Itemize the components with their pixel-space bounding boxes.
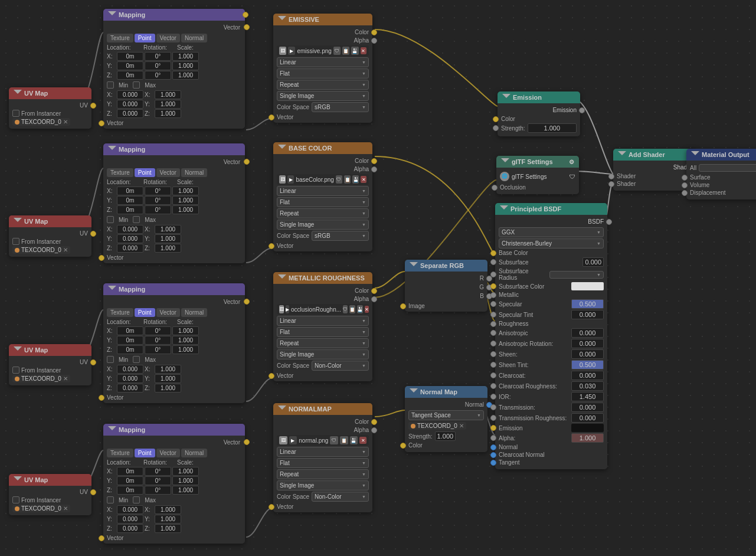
mo-surface-in[interactable] (682, 175, 688, 181)
mr-interp-dropdown[interactable]: Linear (277, 316, 369, 326)
bsdf-tangent-in[interactable] (490, 460, 496, 466)
nmap-color-in[interactable] (400, 443, 406, 449)
bsdf-anisor-val[interactable]: 0.000 (571, 339, 604, 348)
uvmap2-texcoord-close[interactable]: ✕ (63, 247, 68, 253)
bsdf-subc-in[interactable] (490, 283, 496, 289)
bsdf-transr-in[interactable] (490, 415, 496, 421)
m3-maxxv[interactable]: 1.000 (155, 365, 181, 374)
material-output-header[interactable]: Material Output (686, 149, 756, 161)
bc-repeat-dropdown[interactable]: Repeat (277, 208, 369, 218)
basecolor-toggle[interactable] (278, 145, 286, 152)
uvmap4-header[interactable]: UV Map (9, 474, 91, 486)
bsdf-subc-swatch[interactable] (571, 282, 604, 290)
m2-xl-val[interactable]: 0m (117, 187, 143, 195)
m4-xrv[interactable]: 0° (145, 467, 171, 476)
m2-miny-v[interactable]: 0.000 (117, 234, 143, 243)
nm-close-btn[interactable]: ✕ (359, 437, 366, 444)
mapping2-header[interactable]: Mapping (103, 143, 245, 155)
bsdf-normal-in[interactable] (490, 444, 496, 450)
uvmap1-texcoord-chip[interactable]: TEXCOORD_0 ✕ (12, 118, 70, 126)
m4-xlv[interactable]: 0m (117, 467, 143, 476)
nm-cs-dropdown[interactable]: Non-Color (312, 492, 369, 502)
gtf-toggle[interactable] (501, 158, 509, 165)
bsdf-rough-in[interactable] (490, 321, 496, 327)
uvmap3-instancer-check[interactable] (12, 367, 19, 374)
mapping1-z-loc[interactable]: 0m (117, 71, 143, 80)
m2-xr-val[interactable]: 0° (145, 187, 171, 195)
uvmap4-texcoord-close[interactable]: ✕ (63, 505, 68, 512)
uvmap1-header[interactable]: UV Map (9, 87, 91, 99)
m3-xrv[interactable]: 0° (145, 326, 171, 335)
uvmap3-header[interactable]: UV Map (9, 344, 91, 356)
bc-ext-dropdown[interactable]: Flat (277, 197, 369, 207)
mo-target-dropdown[interactable] (699, 164, 756, 172)
bsdf-sheent-val[interactable]: 0.500 (571, 360, 604, 369)
emissive-tex-header[interactable]: EMISSIVE (273, 14, 372, 25)
mapping2-vec-out[interactable] (244, 159, 250, 165)
normalmap-tex-header[interactable]: NORMALMAP (273, 403, 372, 415)
uvmap2-texcoord-chip[interactable]: TEXCOORD_0 ✕ (12, 246, 70, 254)
bsdf-spec-val[interactable]: 0.500 (571, 299, 604, 309)
bsdf-subsurface-in[interactable] (490, 259, 496, 265)
bsdf-subr-dropdown[interactable] (549, 271, 604, 279)
mr-cs-dropdown[interactable]: Non-Color (312, 361, 369, 371)
nm-ext-dropdown[interactable]: Flat (277, 458, 369, 468)
emissive-repeat-dropdown[interactable]: Repeat (277, 80, 369, 90)
bsdf-spec-in[interactable] (490, 301, 496, 307)
emissive-cs-dropdown[interactable]: sRGB (312, 102, 369, 112)
uvmap2-toggle[interactable] (14, 218, 22, 225)
uvmap1-uv-socket[interactable] (90, 103, 96, 109)
m3-zsv[interactable]: 1.000 (172, 345, 199, 354)
mapping1-tab-texture[interactable]: Texture (107, 34, 133, 42)
emissive-copy-btn[interactable]: 📋 (342, 47, 349, 55)
m2-zs-val[interactable]: 1.000 (172, 205, 199, 214)
m3-zrv[interactable]: 0° (145, 345, 171, 354)
mapping4-header[interactable]: Mapping (103, 424, 245, 436)
bsdf-spect-in[interactable] (490, 312, 496, 318)
nmap-texcoord-chip[interactable]: TEXCOORD_0 ✕ (408, 422, 466, 430)
bsdf-sheen-in[interactable] (490, 351, 496, 357)
m4-zrv[interactable]: 0° (145, 486, 171, 495)
emission-toggle[interactable] (502, 94, 510, 101)
material-output-toggle[interactable] (691, 151, 699, 158)
bsdf-header[interactable]: Principled BSDF (495, 203, 607, 215)
m3-ysv[interactable]: 1.000 (172, 336, 199, 345)
m3-tab-normal[interactable]: Normal (181, 308, 207, 317)
mr-color-socket[interactable] (371, 288, 377, 294)
mapping1-x-scale[interactable]: 1.000 (172, 52, 199, 61)
bsdf-em-swatch[interactable] (571, 424, 604, 432)
bsdf-alpha-in[interactable] (490, 435, 496, 441)
mapping2-toggle[interactable] (108, 146, 116, 153)
emissive-alpha-socket[interactable] (371, 38, 377, 44)
add-shader-toggle[interactable] (618, 151, 626, 158)
nm-save-btn[interactable]: 💾 (350, 436, 358, 444)
m4-min-check[interactable] (107, 496, 114, 503)
mapping1-toggle[interactable] (108, 11, 116, 18)
m4-zlv[interactable]: 0m (117, 486, 143, 495)
add-shader-in1[interactable] (608, 174, 614, 179)
bsdf-aniso-val[interactable]: 0.000 (571, 328, 604, 338)
m4-yrv[interactable]: 0° (145, 476, 171, 485)
sep-image-in[interactable] (400, 303, 406, 309)
bc-color-socket[interactable] (371, 158, 377, 164)
add-shader-in2[interactable] (608, 181, 614, 187)
m3-minzv[interactable]: 0.000 (117, 384, 143, 393)
mapping1-x-loc[interactable]: 0m (117, 52, 143, 61)
m4-maxxv[interactable]: 1.000 (155, 505, 181, 514)
m2-ys-val[interactable]: 1.000 (172, 196, 199, 205)
emission-out-socket[interactable] (579, 107, 585, 113)
bsdf-out-socket[interactable] (606, 219, 612, 225)
emissive-interp-dropdown[interactable]: Linear (277, 57, 369, 67)
bc-alpha-socket[interactable] (371, 166, 377, 172)
m2-yr-val[interactable]: 0° (145, 196, 171, 205)
uvmap1-texcoord-close[interactable]: ✕ (63, 119, 68, 125)
bsdf-toggle[interactable] (500, 205, 508, 212)
mapping4-toggle[interactable] (108, 426, 116, 433)
mo-volume-in[interactable] (682, 182, 688, 188)
mapping2-tab-vector[interactable]: Vector (156, 168, 180, 177)
normalmap-node-header[interactable]: Normal Map (405, 386, 487, 398)
m3-zlv[interactable]: 0m (117, 345, 143, 354)
mapping3-vec-in[interactable] (99, 395, 104, 401)
mapping1-z-scale[interactable]: 1.000 (172, 71, 199, 80)
mapping1-header[interactable]: Mapping (103, 9, 245, 21)
